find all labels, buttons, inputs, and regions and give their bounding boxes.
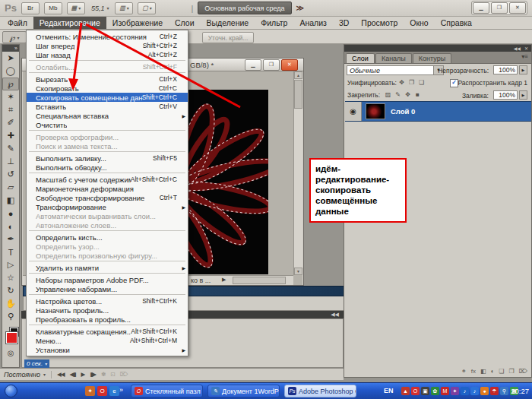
blend-mode-select[interactable]: Обычные▾ [347, 65, 444, 75]
clone-stamp-tool[interactable]: ⊥ [2, 155, 19, 168]
menu-item-define-pattern[interactable]: Определить узор... [27, 242, 188, 251]
paint-tray-icon[interactable]: ✦ [451, 387, 459, 395]
quick-launch-media-icon[interactable]: ✦ [85, 386, 95, 396]
menu-item-define-shape[interactable]: Определить произвольную фигуру... [27, 251, 188, 260]
fill-slider-arrow[interactable]: ▶ [519, 90, 527, 100]
doc-maximize-button[interactable]: ❐ [263, 59, 280, 71]
menu-item-color-settings[interactable]: Настройка цветов... Shift+Ctrl+K [27, 296, 188, 306]
menu-item-step-back[interactable]: Шаг назад Alt+Ctrl+Z [27, 50, 188, 59]
delete-layer-icon[interactable]: ⌦ [519, 368, 527, 375]
workspace-overflow-chevron[interactable]: ≫ [296, 4, 304, 12]
tween-button[interactable]: ✽ [101, 371, 105, 378]
layer-mask-icon[interactable]: ◧ [480, 368, 486, 375]
menu-item-copy[interactable]: Скопировать Ctrl+C [27, 84, 188, 93]
menu-item-auto-blend[interactable]: Автоналожение слоев... [27, 220, 188, 230]
zoom-tool[interactable]: ⚲ [2, 310, 19, 323]
vertical-scrollbar[interactable]: ▲ ▼ [293, 71, 302, 275]
shape-tool[interactable]: ☆ [2, 271, 19, 284]
menu-item-preferences[interactable]: Установки ▶ [27, 345, 188, 354]
menu-item-transform[interactable]: Трансформирование ▶ [27, 202, 188, 211]
menu-item-paste[interactable]: Вставить Ctrl+V [27, 102, 188, 111]
history-brush-tool[interactable]: ↺ [2, 168, 19, 181]
menu-help[interactable]: Справка [435, 17, 478, 29]
lasso-tool[interactable]: ℘ [2, 78, 19, 90]
panel-close-icon[interactable]: ✕ [524, 46, 528, 51]
tab-layers[interactable]: Слои [346, 53, 375, 63]
menu-item-stroke[interactable]: Выполнить обводку... [27, 163, 188, 172]
eraser-tool[interactable]: ▱ [2, 181, 19, 194]
scroll-up-icon[interactable]: ▲ [294, 71, 302, 79]
tool-preset-dropdown[interactable]: ℘▾ [2, 31, 27, 43]
horizontal-scrollbar[interactable] [233, 277, 286, 284]
brush-tool[interactable]: ✎ [2, 142, 19, 155]
duplicate-frame-button[interactable]: ⊡ [110, 371, 114, 378]
opacity-value[interactable]: 100% [493, 65, 518, 74]
marquee-tool[interactable]: ◯ [2, 65, 19, 78]
opacity-slider-arrow[interactable]: ▶ [519, 65, 527, 74]
crop-tool[interactable]: ⌗ [2, 103, 19, 116]
foreground-color-swatch[interactable] [6, 332, 17, 344]
menu-view[interactable]: Просмотр [355, 17, 404, 29]
avira-tray-icon[interactable]: ☂ [490, 387, 499, 395]
rewind-button[interactable]: ◀◀ [57, 371, 65, 378]
play-button[interactable]: ▶ [81, 371, 84, 378]
quick-mask-button[interactable]: ◎ [5, 349, 16, 358]
frame-duration-label[interactable]: 0 сек.▾ [24, 359, 49, 368]
healing-brush-tool[interactable]: ✚ [2, 129, 19, 142]
loop-mode-select[interactable]: Постоянно▾ [4, 371, 52, 378]
volume2-tray-icon[interactable]: ♪ [470, 387, 479, 395]
screen-mode-button[interactable]: ▢▾ [138, 2, 156, 14]
app-close-button[interactable]: ✕ [509, 2, 526, 14]
language-indicator[interactable]: EN [384, 387, 394, 394]
arrange-documents-button[interactable]: ▥▾ [115, 2, 133, 14]
menu-item-free-transform[interactable]: Свободное трансформирование Ctrl+T [27, 193, 188, 202]
mail-tray-icon[interactable]: M [441, 387, 449, 395]
blur-tool[interactable]: ● [2, 207, 19, 220]
menu-item-paste-special[interactable]: Специальная вставка ▶ [27, 111, 188, 120]
doc-close-button[interactable]: ✕ [281, 59, 298, 71]
delete-frame-button[interactable]: ⌦ [120, 371, 128, 378]
step-forward-button[interactable]: ▮▶ [90, 371, 96, 378]
search-tray-icon[interactable]: ⚲ [500, 387, 508, 395]
lock-position-icon[interactable]: ✥ [404, 90, 412, 99]
menu-select[interactable]: Выделение [201, 17, 255, 29]
stats-tray-icon[interactable]: ▲ [401, 387, 410, 395]
quick-launch-overflow[interactable]: » [119, 386, 123, 394]
tab-paths[interactable]: Контуры [413, 53, 451, 63]
printer-tray-icon[interactable]: ▣ [421, 387, 429, 395]
lock-transparency-icon[interactable]: ▨ [384, 90, 392, 99]
menu-item-content-aware-scale[interactable]: Масштаб с учетом содержимого Alt+Shift+C… [27, 175, 188, 184]
start-button[interactable] [5, 385, 17, 397]
menu-item-step-forward[interactable]: Шаг вперед Shift+Ctrl+Z [27, 41, 188, 50]
path-select-tool[interactable]: ▷ [2, 258, 19, 271]
menu-item-define-brush[interactable]: Определить кисть... [27, 233, 188, 242]
menu-layers[interactable]: Слои [169, 17, 201, 29]
doc-minimize-button[interactable]: ▁ [245, 59, 261, 71]
tools-panel-collapse[interactable]: » [2, 45, 19, 52]
tab-channels[interactable]: Каналы [375, 53, 412, 63]
menu-window[interactable]: Окно [404, 17, 434, 29]
app-minimize-button[interactable]: ▁ [473, 2, 489, 14]
new-layer-icon[interactable]: ❐ [509, 368, 515, 375]
scrollbar-thumb[interactable] [294, 80, 302, 109]
layer-effects-icon[interactable]: fx [471, 368, 476, 375]
magic-wand-tool[interactable]: ✶ [2, 90, 19, 103]
app-restore-button[interactable]: ❐ [491, 2, 508, 14]
scroll-down-icon[interactable]: ▼ [294, 268, 302, 275]
menu-item-keyboard-shortcuts[interactable]: Клавиатурные сокращения... Alt+Shift+Ctr… [27, 327, 188, 336]
propagate-checkbox[interactable]: ✓ [450, 79, 458, 87]
menu-edit[interactable]: Редактирование [33, 17, 106, 29]
bridge-button[interactable]: Br [21, 2, 40, 14]
task-photoshop[interactable]: Ps Adobe Photoshop CS... [284, 385, 356, 397]
menu-item-check-spelling[interactable]: Проверка орфографии... [27, 132, 188, 141]
pen-tool[interactable]: ✒ [2, 233, 19, 245]
visibility-eye-icon[interactable]: ◉ [345, 102, 362, 121]
status-menu-arrow[interactable]: ▶ [222, 277, 226, 283]
menu-file[interactable]: Файл [2, 17, 33, 29]
panel-menu-icon[interactable]: ▾≡ [521, 53, 528, 60]
menu-item-undo[interactable]: Отменить: Изменение состояния Ctrl+Z [27, 32, 188, 41]
menu-item-pdf-presets[interactable]: Наборы параметров Adobe PDF... [27, 275, 188, 284]
agent-tray-icon[interactable]: ✿ [431, 387, 439, 395]
gradient-tool[interactable]: ◧ [2, 194, 19, 207]
menu-item-auto-align[interactable]: Автоматически выравнивать слои... [27, 211, 188, 220]
